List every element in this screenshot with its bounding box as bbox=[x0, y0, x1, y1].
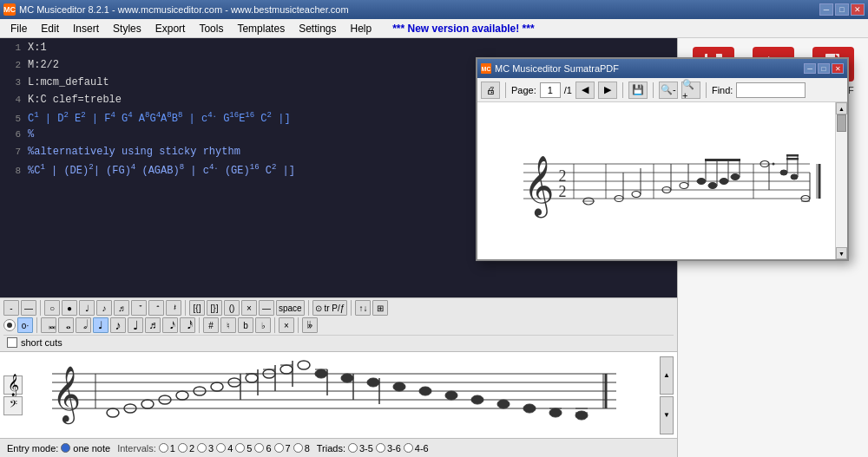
pdf-title-bar: MC MC Musiceditor SumatraPDF ─ □ ✕ bbox=[477, 59, 847, 78]
tb-dash-long[interactable]: — bbox=[21, 300, 36, 316]
svg-point-22 bbox=[315, 369, 327, 378]
menu-tools[interactable]: Tools bbox=[192, 21, 230, 36]
pdf-next-btn[interactable]: ▶ bbox=[598, 82, 617, 99]
svg-rect-95 bbox=[705, 159, 740, 161]
tb-minus2[interactable]: — bbox=[259, 300, 274, 316]
pdf-window: MC MC Musiceditor SumatraPDF ─ □ ✕ 🖨 Pag… bbox=[476, 57, 849, 261]
pdf-scroll-down[interactable]: ▼ bbox=[836, 247, 847, 259]
title-bar-controls[interactable]: ─ □ ✕ bbox=[819, 3, 865, 16]
pdf-scroll-track bbox=[836, 114, 847, 247]
tb-paren[interactable]: () bbox=[224, 300, 240, 316]
tb-rest1[interactable]: 𝄻 bbox=[131, 300, 147, 316]
menu-help[interactable]: Help bbox=[344, 21, 379, 36]
bass-clef-btn[interactable]: 𝄢 bbox=[3, 396, 23, 415]
triad-46[interactable]: 4-6 bbox=[404, 443, 429, 454]
svg-text:2: 2 bbox=[559, 183, 567, 200]
svg-point-15 bbox=[246, 374, 258, 382]
tb-natural[interactable]: ♮ bbox=[220, 317, 236, 333]
tb-arrow[interactable]: ↑↓ bbox=[355, 300, 371, 316]
pdf-maximize-btn[interactable]: □ bbox=[818, 63, 830, 74]
tb-note-whole[interactable]: 𝅝 bbox=[58, 317, 74, 333]
checkbox-icon[interactable] bbox=[7, 337, 17, 348]
tb-note-eighth1[interactable]: ♪ bbox=[110, 317, 126, 333]
interval-7[interactable]: 7 bbox=[274, 443, 291, 454]
menu-styles[interactable]: Styles bbox=[106, 21, 148, 36]
shortcuts-checkbox[interactable]: short cuts bbox=[3, 336, 66, 349]
one-note-radio[interactable] bbox=[61, 443, 70, 453]
tb-flat[interactable]: b bbox=[238, 317, 253, 333]
triad-36[interactable]: 3-6 bbox=[376, 443, 401, 454]
tb-grid[interactable]: ⊞ bbox=[372, 300, 388, 316]
svg-point-89 bbox=[720, 178, 728, 184]
intervals-label: Intervals: bbox=[117, 443, 156, 454]
tb-space[interactable]: space bbox=[276, 300, 305, 316]
sep-6 bbox=[199, 317, 200, 333]
interval-1[interactable]: 1 bbox=[159, 443, 175, 454]
tb-half-note[interactable]: ● bbox=[62, 300, 77, 316]
treble-clef-btn[interactable]: 𝄞 bbox=[3, 375, 23, 395]
radio-treble[interactable] bbox=[3, 319, 16, 331]
tb-note-eighth2[interactable]: ♩ bbox=[128, 317, 143, 333]
tb-whole-note[interactable]: ○ bbox=[44, 300, 60, 316]
tb-sixteenth-note[interactable]: ♬ bbox=[114, 300, 129, 316]
tb-trill[interactable]: ⊙ tr P/ƒ bbox=[312, 300, 348, 316]
svg-point-28 bbox=[445, 391, 457, 400]
menu-settings[interactable]: Settings bbox=[292, 21, 343, 36]
svg-point-26 bbox=[393, 382, 405, 391]
pdf-page-input[interactable] bbox=[540, 82, 561, 98]
menu-templates[interactable]: Templates bbox=[230, 21, 292, 36]
menu-export[interactable]: Export bbox=[148, 21, 193, 36]
tb-quarter-note[interactable]: ♩ bbox=[79, 300, 95, 316]
tb-dash-short[interactable]: - bbox=[3, 300, 19, 316]
tb-note-half[interactable]: 𝅗𝅥 bbox=[76, 317, 91, 333]
close-button[interactable]: ✕ bbox=[851, 3, 865, 16]
interval-6[interactable]: 6 bbox=[254, 443, 271, 454]
tb-note-32nd[interactable]: 𝅘𝅥𝅯 bbox=[162, 317, 178, 333]
pdf-page-label: Page: bbox=[511, 85, 536, 95]
pdf-close-btn[interactable]: ✕ bbox=[832, 63, 844, 74]
menu-file[interactable]: File bbox=[3, 21, 34, 36]
tb-rest2[interactable]: 𝄼 bbox=[148, 300, 164, 316]
interval-2[interactable]: 2 bbox=[178, 443, 194, 454]
minimize-button[interactable]: ─ bbox=[819, 3, 833, 16]
svg-point-101 bbox=[791, 174, 798, 180]
menu-insert[interactable]: Insert bbox=[66, 21, 106, 36]
menu-edit[interactable]: Edit bbox=[34, 21, 66, 36]
svg-point-9 bbox=[141, 400, 154, 408]
tb-eighth-note[interactable]: ♪ bbox=[96, 300, 112, 316]
interval-8[interactable]: 8 bbox=[293, 443, 310, 454]
interval-4[interactable]: 4 bbox=[216, 443, 233, 454]
tb-rest3[interactable]: 𝄽 bbox=[166, 300, 181, 316]
triad-35[interactable]: 3-5 bbox=[348, 443, 373, 454]
scroll-up-btn[interactable]: ▲ bbox=[660, 356, 674, 395]
pdf-save-btn[interactable]: 💾 bbox=[628, 82, 648, 99]
pdf-window-controls[interactable]: ─ □ ✕ bbox=[804, 63, 844, 74]
interval-3[interactable]: 3 bbox=[197, 443, 214, 454]
sep-7 bbox=[274, 317, 275, 333]
tb-x2[interactable]: × bbox=[279, 317, 294, 333]
interval-5[interactable]: 5 bbox=[235, 443, 252, 454]
svg-point-13 bbox=[211, 382, 223, 391]
tb-flat2[interactable]: ♭ bbox=[255, 317, 271, 333]
tb-note-breve[interactable]: 𝅜 bbox=[41, 317, 56, 333]
pdf-zoom-out-btn[interactable]: 🔍- bbox=[659, 82, 678, 99]
pdf-prev-btn[interactable]: ◀ bbox=[575, 82, 595, 99]
maximize-button[interactable]: □ bbox=[835, 3, 849, 16]
tb-bracket-close[interactable]: [}] bbox=[207, 300, 222, 316]
pdf-scroll-up[interactable]: ▲ bbox=[836, 102, 847, 114]
pdf-scroll-thumb[interactable] bbox=[837, 114, 846, 132]
tb-note-16th1[interactable]: ♬ bbox=[145, 317, 161, 333]
tb-sharp[interactable]: # bbox=[203, 317, 219, 333]
pdf-print-btn[interactable]: 🖨 bbox=[481, 82, 500, 99]
tb-x[interactable]: × bbox=[241, 300, 257, 316]
pdf-find-input[interactable] bbox=[736, 82, 806, 98]
tb-bracket-open[interactable]: [{] bbox=[189, 300, 205, 316]
svg-point-32 bbox=[549, 408, 562, 417]
pdf-zoom-in-btn[interactable]: 🔍+ bbox=[681, 82, 700, 99]
tb-note-64th[interactable]: 𝅘𝅥𝅰 bbox=[180, 317, 195, 333]
tb-dbl-flat[interactable]: 𝄫 bbox=[302, 317, 318, 333]
pdf-minimize-btn[interactable]: ─ bbox=[804, 63, 816, 74]
tb-dotted[interactable]: o· bbox=[17, 317, 33, 333]
scroll-down-btn[interactable]: ▼ bbox=[660, 396, 674, 434]
tb-note-quarter-dot[interactable]: ♩ bbox=[93, 317, 108, 333]
